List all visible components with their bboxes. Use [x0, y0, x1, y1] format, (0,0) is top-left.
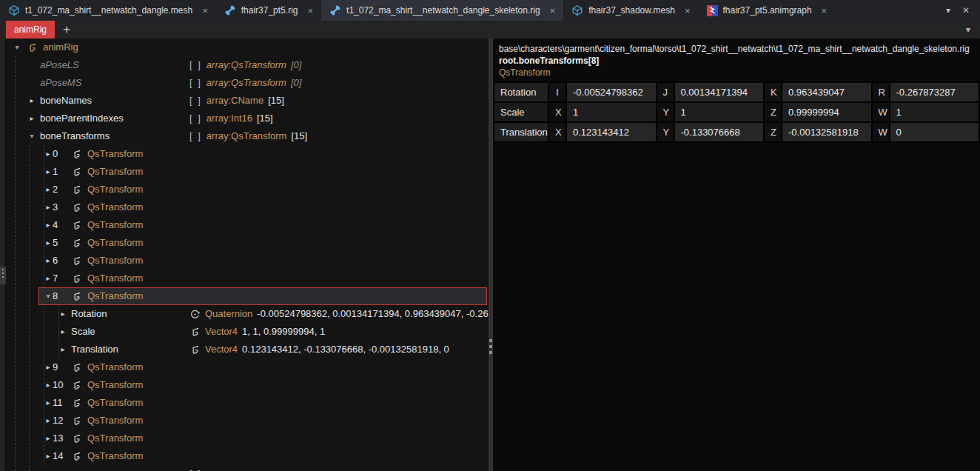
- transform-icon: [71, 163, 82, 181]
- tab-fhair37_pt5.animgraph[interactable]: fhair37_pt5.animgraph×: [699, 0, 836, 21]
- tree-row-item-5[interactable]: ▸5QsTransform: [6, 234, 489, 252]
- tree-row-item-13[interactable]: ▸13QsTransform: [6, 430, 489, 447]
- expander-closed-icon[interactable]: ▸: [43, 216, 53, 234]
- node-label: QsTransform: [87, 358, 143, 376]
- expander-closed-icon[interactable]: ▸: [43, 412, 53, 430]
- tab-t1_072_ma_shirt__netwatch_dangle.mesh[interactable]: t1_072_ma_shirt__netwatch_dangle.mesh×: [0, 0, 216, 21]
- tab-t1_072_ma_shirt__netwatch_dangle_skeleton.rig[interactable]: t1_072_ma_shirt__netwatch_dangle_skeleto…: [321, 0, 563, 21]
- expander-closed-icon[interactable]: ▸: [27, 110, 37, 127]
- axis-value[interactable]: 0.99999994: [782, 103, 871, 121]
- window-close-icon[interactable]: ✕: [962, 5, 970, 16]
- tree-row-aposels[interactable]: aPoseLS[ ]array:QsTransform[0]: [6, 56, 489, 74]
- expander-closed-icon[interactable]: ▸: [43, 270, 53, 287]
- tab-close-icon[interactable]: ×: [685, 5, 691, 16]
- expander-closed-icon[interactable]: ▸: [43, 430, 53, 447]
- tree-row-item-12[interactable]: ▸12QsTransform: [6, 412, 489, 430]
- tab-fhair37_shadow.mesh[interactable]: fhair37_shadow.mesh×: [563, 0, 698, 21]
- expander-closed-icon[interactable]: ▸: [43, 198, 53, 216]
- tab-close-icon[interactable]: ×: [307, 5, 313, 16]
- expander-closed-icon[interactable]: ▸: [43, 376, 53, 394]
- array-index: 12: [53, 412, 63, 430]
- tree-row-item-0[interactable]: ▸0QsTransform: [6, 145, 489, 163]
- tree-row-item-11[interactable]: ▸11QsTransform: [6, 394, 489, 412]
- expander-open-icon[interactable]: ▾: [43, 287, 53, 305]
- property-inspector-pane: base\characters\garment\citizen_formal\t…: [493, 39, 980, 471]
- tab-close-icon[interactable]: ×: [550, 5, 556, 16]
- expander-closed-icon[interactable]: ▸: [43, 163, 53, 181]
- axis-key: J: [657, 83, 674, 101]
- tab-overflow-chevron-icon[interactable]: ▾: [946, 5, 950, 16]
- axis-value[interactable]: 0.00134171394: [675, 83, 764, 101]
- expander-closed-icon[interactable]: ▸: [58, 341, 68, 358]
- expander-closed-icon[interactable]: ▸: [58, 305, 68, 323]
- expander-closed-icon[interactable]: ▸: [43, 181, 53, 198]
- expander-closed-icon[interactable]: ▸: [43, 252, 53, 270]
- add-chunk-button[interactable]: +: [63, 21, 70, 38]
- tree-row-rotation[interactable]: ▸RotationQuaternion-0.00524798362, 0.001…: [6, 305, 489, 323]
- tree-row-animrig[interactable]: ▾animRig: [6, 39, 489, 56]
- node-label: QsTransform: [87, 447, 143, 465]
- axis-value[interactable]: -0.00132581918: [782, 123, 871, 141]
- tree-row-item-10[interactable]: ▸10QsTransform: [6, 376, 489, 394]
- axis-value[interactable]: -0.133076668: [675, 123, 764, 141]
- tree-row-item-8[interactable]: ▾8QsTransform: [6, 287, 489, 305]
- node-label: QsTransform: [87, 430, 143, 447]
- inspector-header: base\characters\garment\citizen_formal\t…: [493, 39, 980, 80]
- tree-row-item-6[interactable]: ▸6QsTransform: [6, 252, 489, 270]
- node-label: Rotation: [71, 305, 107, 323]
- tab-close-icon[interactable]: ×: [822, 5, 828, 16]
- array-brackets-icon: [ ]: [189, 56, 202, 74]
- node-label: QsTransform: [87, 145, 143, 163]
- tree-row-item-4[interactable]: ▸4QsTransform: [6, 216, 489, 234]
- expander-open-icon[interactable]: ▾: [12, 39, 22, 56]
- chunk-tab-animrig[interactable]: animRig: [6, 21, 55, 39]
- expander-closed-icon[interactable]: ▸: [43, 145, 53, 163]
- expander-closed-icon[interactable]: ▸: [58, 323, 68, 341]
- tree-row-item-14[interactable]: ▸14QsTransform: [6, 447, 489, 465]
- tab-fhair37_pt5.rig[interactable]: fhair37_pt5.rig×: [216, 0, 321, 21]
- tree-row-bonenames[interactable]: ▸boneNames[ ]array:CName[15]: [6, 92, 489, 110]
- tree-row-item-2[interactable]: ▸2QsTransform: [6, 181, 489, 198]
- expander-closed-icon[interactable]: ▸: [43, 394, 53, 412]
- node-label: QsTransform: [87, 163, 143, 181]
- axis-value[interactable]: 1: [675, 103, 764, 121]
- axis-value[interactable]: 0.963439047: [782, 83, 871, 101]
- transform-icon: [71, 447, 82, 465]
- axis-value[interactable]: 0.123143412: [567, 123, 656, 141]
- node-label: QsTransform: [87, 252, 143, 270]
- expander-closed-icon[interactable]: ▸: [43, 234, 53, 252]
- axis-value[interactable]: -0.267873287: [890, 83, 979, 101]
- value-type: Vector4: [205, 341, 238, 358]
- panel-expand-handle[interactable]: [0, 267, 6, 284]
- array-index: 3: [53, 198, 58, 216]
- tree-row-translation[interactable]: ▸TranslationVector40.123143412, -0.13307…: [6, 341, 489, 358]
- axis-value[interactable]: -0.00524798362: [567, 83, 656, 101]
- array-index: 14: [53, 447, 63, 465]
- tree-row-item-9[interactable]: ▸9QsTransform: [6, 358, 489, 376]
- expander-open-icon[interactable]: ▾: [27, 127, 37, 145]
- tree-row-scale[interactable]: ▸ScaleVector41, 1, 0.99999994, 1: [6, 323, 489, 341]
- expander-closed-icon[interactable]: ▸: [43, 358, 53, 376]
- tree-row-item-1[interactable]: ▸1QsTransform: [6, 163, 489, 181]
- node-value-column: [ ]array:QsTransform[0]: [189, 56, 301, 74]
- array-index: 8: [53, 287, 58, 305]
- axis-value[interactable]: 0: [890, 123, 979, 141]
- chunk-overflow-chevron-icon[interactable]: ▾: [966, 24, 970, 35]
- tab-close-icon[interactable]: ×: [202, 5, 208, 16]
- tree-row-bonetransforms[interactable]: ▾boneTransforms[ ]array:QsTransform[15]: [6, 127, 489, 145]
- tree-row-item-3[interactable]: ▸3QsTransform: [6, 198, 489, 216]
- node-label: boneNames: [40, 92, 92, 110]
- axis-value[interactable]: 1: [567, 103, 656, 121]
- value-type: array:QsTransform: [207, 56, 286, 74]
- axis-key: I: [549, 83, 565, 101]
- array-index: 9: [53, 358, 58, 376]
- axis-value[interactable]: 1: [890, 103, 979, 121]
- tree-row-aposems[interactable]: aPoseMS[ ]array:QsTransform[0]: [6, 74, 489, 92]
- rig-tree-view: ▾animRigaPoseLS[ ]array:QsTransform[0]aP…: [6, 39, 489, 471]
- tree-row-item-7[interactable]: ▸7QsTransform: [6, 270, 489, 287]
- transform-icon: [71, 270, 82, 287]
- tree-row-boneparentindexes[interactable]: ▸boneParentIndexes[ ]array:Int16[15]: [6, 110, 489, 127]
- expander-closed-icon[interactable]: ▸: [43, 447, 53, 465]
- expander-closed-icon[interactable]: ▸: [27, 92, 37, 110]
- splitter-grip-icon: [489, 339, 492, 357]
